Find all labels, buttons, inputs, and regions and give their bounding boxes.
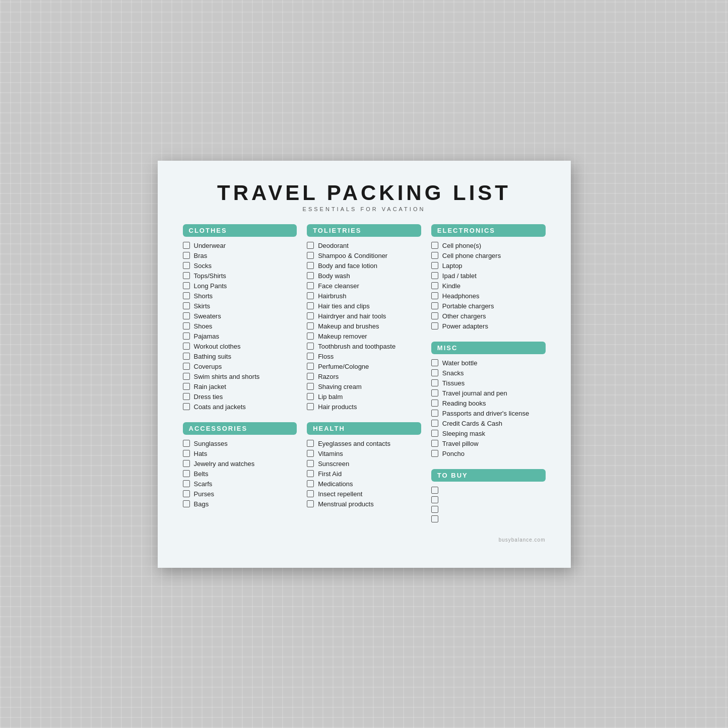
list-item[interactable]: Sleeping mask <box>431 430 546 437</box>
list-item[interactable]: Socks <box>183 262 297 270</box>
checkbox[interactable] <box>307 490 314 497</box>
list-item[interactable]: Hats <box>183 450 297 457</box>
list-item[interactable]: Water bottle <box>431 359 546 367</box>
list-item[interactable]: Purses <box>183 490 297 498</box>
list-item[interactable]: Face cleanser <box>307 282 421 290</box>
list-item[interactable]: Hairdryer and hair tools <box>307 312 421 320</box>
list-item[interactable]: Menstrual products <box>307 500 421 508</box>
list-item[interactable]: Passports and driver's license <box>431 410 546 417</box>
checkbox[interactable] <box>431 312 438 319</box>
list-item[interactable]: Insect repellent <box>307 490 421 498</box>
checkbox[interactable] <box>307 242 314 249</box>
checkbox[interactable] <box>183 252 190 259</box>
list-item[interactable]: Hair ties and clips <box>307 302 421 310</box>
list-item[interactable]: Bathing suits <box>183 353 297 360</box>
list-item[interactable]: Travel pillow <box>431 440 546 447</box>
checkbox[interactable] <box>183 440 190 447</box>
checkbox[interactable] <box>183 393 190 400</box>
list-item[interactable]: Eyeglasses and contacts <box>307 440 421 447</box>
checkbox[interactable] <box>307 252 314 259</box>
list-item[interactable]: Swim shirts and shorts <box>183 373 297 380</box>
list-item[interactable]: Lip balm <box>307 393 421 401</box>
checkbox[interactable] <box>431 496 438 503</box>
checkbox[interactable] <box>431 410 438 417</box>
list-item[interactable]: Hairbrush <box>307 292 421 300</box>
checkbox[interactable] <box>307 403 314 410</box>
checkbox[interactable] <box>183 383 190 390</box>
checkbox[interactable] <box>183 282 190 289</box>
list-item[interactable]: Travel journal and pen <box>431 389 546 397</box>
list-item[interactable]: Floss <box>307 353 421 360</box>
list-item[interactable]: Power adapters <box>431 322 546 330</box>
list-item[interactable]: Sunglasses <box>183 440 297 447</box>
list-item[interactable]: Ipad / tablet <box>431 272 546 280</box>
checkbox[interactable] <box>183 403 190 410</box>
list-item[interactable]: Perfume/Cologne <box>307 363 421 370</box>
checkbox[interactable] <box>431 252 438 259</box>
list-item[interactable]: Tops/Shirts <box>183 272 297 280</box>
checkbox[interactable] <box>307 500 314 507</box>
checkbox[interactable] <box>183 363 190 370</box>
list-item[interactable]: Headphones <box>431 292 546 300</box>
list-item[interactable]: Portable chargers <box>431 302 546 310</box>
checkbox[interactable] <box>431 262 438 269</box>
list-item[interactable]: Long Pants <box>183 282 297 290</box>
list-item[interactable]: Makeup and brushes <box>307 322 421 330</box>
list-item[interactable] <box>431 487 546 494</box>
checkbox[interactable] <box>307 460 314 467</box>
checkbox[interactable] <box>183 242 190 249</box>
checkbox[interactable] <box>307 450 314 457</box>
list-item[interactable]: Hair products <box>307 403 421 411</box>
list-item[interactable]: Bags <box>183 500 297 508</box>
checkbox[interactable] <box>431 487 438 494</box>
checkbox[interactable] <box>431 322 438 329</box>
list-item[interactable]: Shampoo & Conditioner <box>307 252 421 259</box>
list-item[interactable]: Rain jacket <box>183 383 297 390</box>
checkbox[interactable] <box>307 393 314 400</box>
checkbox[interactable] <box>307 470 314 477</box>
list-item[interactable] <box>431 506 546 513</box>
list-item[interactable]: Sunscreen <box>307 460 421 468</box>
list-item[interactable]: Toothbrush and toothpaste <box>307 343 421 350</box>
checkbox[interactable] <box>307 353 314 360</box>
checkbox[interactable] <box>307 322 314 329</box>
checkbox[interactable] <box>183 470 190 477</box>
list-item[interactable]: Reading books <box>431 400 546 407</box>
checkbox[interactable] <box>307 373 314 380</box>
checkbox[interactable] <box>183 460 190 467</box>
list-item[interactable]: Credit Cards & Cash <box>431 420 546 427</box>
list-item[interactable]: Bras <box>183 252 297 259</box>
checkbox[interactable] <box>431 430 438 437</box>
list-item[interactable]: Dress ties <box>183 393 297 401</box>
list-item[interactable]: Body and face lotion <box>307 262 421 270</box>
checkbox[interactable] <box>431 450 438 457</box>
checkbox[interactable] <box>183 480 190 487</box>
checkbox[interactable] <box>431 282 438 289</box>
list-item[interactable]: Makeup remover <box>307 333 421 340</box>
list-item[interactable]: Kindle <box>431 282 546 290</box>
list-item[interactable]: Cell phone(s) <box>431 242 546 249</box>
list-item[interactable]: Razors <box>307 373 421 380</box>
checkbox[interactable] <box>183 292 190 299</box>
list-item[interactable]: Cell phone chargers <box>431 252 546 259</box>
list-item[interactable]: Laptop <box>431 262 546 270</box>
checkbox[interactable] <box>431 400 438 407</box>
list-item[interactable]: Shorts <box>183 292 297 300</box>
checkbox[interactable] <box>183 312 190 319</box>
list-item[interactable]: Snacks <box>431 369 546 377</box>
list-item[interactable]: Pajamas <box>183 333 297 340</box>
list-item[interactable]: Medications <box>307 480 421 488</box>
checkbox[interactable] <box>307 272 314 279</box>
list-item[interactable]: Other chargers <box>431 312 546 320</box>
checkbox[interactable] <box>307 262 314 269</box>
checkbox[interactable] <box>183 262 190 269</box>
checkbox[interactable] <box>307 363 314 370</box>
checkbox[interactable] <box>183 450 190 457</box>
list-item[interactable]: Scarfs <box>183 480 297 488</box>
list-item[interactable]: Deodorant <box>307 242 421 249</box>
list-item[interactable] <box>431 496 546 503</box>
list-item[interactable]: Workout clothes <box>183 343 297 350</box>
list-item[interactable]: Coats and jackets <box>183 403 297 411</box>
list-item[interactable]: Shoes <box>183 322 297 330</box>
checkbox[interactable] <box>431 242 438 249</box>
